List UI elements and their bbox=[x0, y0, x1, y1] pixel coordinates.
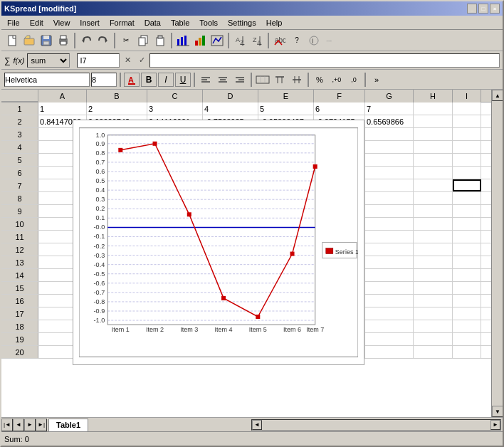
table-cell[interactable] bbox=[365, 154, 414, 166]
row-header[interactable]: 3 bbox=[1, 128, 38, 140]
close-button[interactable]: × bbox=[490, 4, 500, 14]
chart2-button[interactable] bbox=[192, 33, 208, 48]
table-cell[interactable] bbox=[453, 346, 481, 358]
row-header[interactable]: 16 bbox=[1, 295, 38, 307]
valign-mid-button[interactable] bbox=[289, 73, 305, 87]
spell-button[interactable]: abc bbox=[272, 33, 288, 48]
table-cell[interactable] bbox=[365, 333, 414, 345]
menu-data[interactable]: Data bbox=[140, 17, 165, 28]
font-size-input[interactable] bbox=[91, 73, 117, 87]
table-cell[interactable] bbox=[453, 269, 481, 281]
menu-table[interactable]: Table bbox=[167, 17, 194, 28]
scroll-right-button[interactable]: ► bbox=[490, 420, 500, 430]
col-header-i[interactable]: I bbox=[453, 90, 481, 102]
table-cell[interactable] bbox=[365, 218, 414, 230]
chart[interactable]: 1.0 0.9 0.8 0.7 0.6 0.5 0.4 0.3 0.2 0.1 … bbox=[73, 120, 364, 365]
menu-tools[interactable]: Tools bbox=[195, 17, 222, 28]
table-cell[interactable] bbox=[365, 167, 414, 179]
table-cell[interactable] bbox=[365, 192, 414, 204]
horizontal-scrollbar[interactable]: ◄ ► bbox=[251, 419, 501, 431]
table-cell[interactable] bbox=[414, 231, 453, 243]
more-options-button[interactable]: » bbox=[369, 73, 384, 87]
table-cell[interactable] bbox=[414, 192, 453, 204]
sort-desc-button[interactable]: ZA bbox=[249, 33, 265, 48]
row-header[interactable]: 5 bbox=[1, 154, 38, 166]
sheet-tab-table1[interactable]: Table1 bbox=[48, 419, 88, 431]
italic-button[interactable]: I bbox=[158, 73, 174, 87]
tab-last-button[interactable]: ►| bbox=[36, 419, 47, 431]
table-cell[interactable]: 3 bbox=[147, 102, 203, 115]
table-cell[interactable] bbox=[414, 320, 453, 332]
col-header-a[interactable]: A bbox=[38, 90, 87, 102]
table-cell[interactable] bbox=[365, 346, 414, 358]
row-header[interactable]: 8 bbox=[1, 192, 38, 204]
table-cell[interactable]: 0.6569866 bbox=[365, 115, 414, 127]
table-cell[interactable] bbox=[365, 205, 414, 217]
table-cell[interactable]: 5 bbox=[258, 102, 314, 115]
table-cell[interactable] bbox=[453, 231, 481, 243]
table-cell[interactable] bbox=[365, 307, 414, 320]
table-cell[interactable]: 2 bbox=[87, 102, 147, 115]
table-cell[interactable] bbox=[414, 282, 453, 294]
merge-button[interactable] bbox=[255, 73, 271, 87]
tab-next-button[interactable]: ► bbox=[24, 419, 36, 431]
menu-help[interactable]: Help bbox=[262, 17, 287, 28]
redo-button[interactable] bbox=[95, 33, 111, 48]
table-cell[interactable] bbox=[414, 141, 453, 153]
table-cell[interactable]: 4 bbox=[203, 102, 258, 115]
extra2-button[interactable]: ··· bbox=[323, 33, 339, 48]
cancel-button[interactable]: ✕ bbox=[121, 54, 134, 67]
col-header-g[interactable]: G bbox=[365, 90, 414, 102]
row-header[interactable]: 15 bbox=[1, 282, 38, 294]
menu-file[interactable]: File bbox=[3, 17, 24, 28]
row-header[interactable]: 20 bbox=[1, 346, 38, 358]
table-cell[interactable] bbox=[414, 333, 453, 345]
row-header[interactable]: 19 bbox=[1, 333, 38, 345]
row-header[interactable]: 14 bbox=[1, 269, 38, 281]
table-cell[interactable] bbox=[414, 295, 453, 307]
col-header-d[interactable]: D bbox=[203, 90, 258, 102]
table-cell[interactable] bbox=[365, 320, 414, 332]
table-cell[interactable] bbox=[414, 115, 453, 127]
formula-input[interactable] bbox=[149, 53, 500, 68]
table-cell[interactable] bbox=[365, 128, 414, 140]
table-cell[interactable] bbox=[453, 115, 481, 127]
row-header[interactable]: 10 bbox=[1, 218, 38, 230]
undo-button[interactable] bbox=[78, 33, 94, 48]
font-color-button[interactable]: A bbox=[124, 73, 140, 87]
row-header[interactable]: 13 bbox=[1, 256, 38, 268]
scroll-up-button[interactable]: ▲ bbox=[492, 90, 503, 101]
menu-insert[interactable]: Insert bbox=[75, 17, 104, 28]
table-cell[interactable] bbox=[414, 154, 453, 166]
percent-button[interactable]: % bbox=[312, 73, 327, 87]
function-dropdown[interactable]: sum bbox=[27, 53, 70, 68]
row-header[interactable]: 2 bbox=[1, 115, 38, 127]
table-cell[interactable] bbox=[414, 167, 453, 179]
align-right-button[interactable] bbox=[232, 73, 248, 87]
row-header[interactable]: 9 bbox=[1, 205, 38, 217]
tab-first-button[interactable]: |◄ bbox=[1, 419, 13, 431]
table-cell[interactable] bbox=[414, 179, 453, 191]
table-cell[interactable] bbox=[414, 218, 453, 230]
table-cell[interactable] bbox=[453, 282, 481, 294]
row-header[interactable]: 7 bbox=[1, 179, 38, 191]
table-cell[interactable] bbox=[453, 218, 481, 230]
col-header-c[interactable]: C bbox=[147, 90, 203, 102]
row-header[interactable]: 17 bbox=[1, 307, 38, 320]
table-cell[interactable]: 1 bbox=[38, 102, 87, 115]
row-header[interactable]: 1 bbox=[1, 102, 38, 115]
table-cell[interactable] bbox=[414, 346, 453, 358]
table-cell[interactable] bbox=[365, 179, 414, 191]
table-cell[interactable] bbox=[365, 231, 414, 243]
menu-format[interactable]: Format bbox=[105, 17, 139, 28]
table-cell[interactable] bbox=[453, 205, 481, 217]
table-cell[interactable] bbox=[453, 167, 481, 179]
row-header[interactable]: 12 bbox=[1, 243, 38, 256]
table-cell[interactable] bbox=[365, 269, 414, 281]
paste-button[interactable] bbox=[152, 33, 168, 48]
cell-reference-input[interactable] bbox=[77, 53, 120, 68]
maximize-button[interactable]: □ bbox=[478, 4, 488, 14]
table-cell[interactable] bbox=[414, 243, 453, 256]
table-cell[interactable] bbox=[414, 205, 453, 217]
scroll-down-button[interactable]: ▼ bbox=[492, 406, 503, 417]
